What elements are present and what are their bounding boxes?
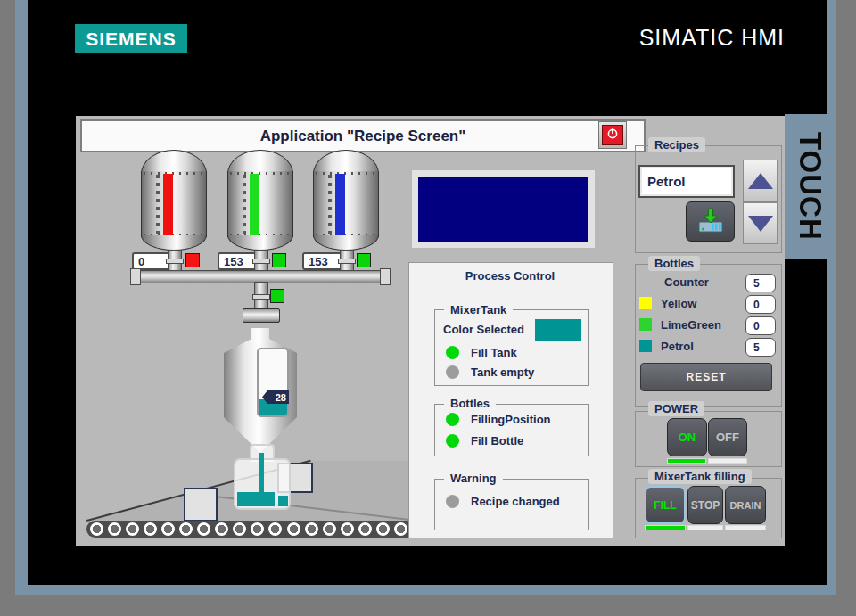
touch-label: TOUCH [785,114,836,259]
bezel-edge-left [0,0,15,616]
color-selected-swatch [535,319,581,341]
pipe-coupling [252,294,270,300]
bottle-liquid [237,492,275,506]
recipe-load-button[interactable] [686,201,735,242]
color-selected-label: Color Selected [443,323,524,336]
siemens-logo: SIEMENS [75,24,187,53]
tank-scale-ticks [156,175,160,234]
conveyor-roller [126,522,139,536]
tank-scale-ticks [328,175,332,234]
yellow-swatch [639,297,652,309]
conveyor-roller [161,522,175,536]
download-to-plc-icon [696,207,725,237]
tank-body [227,171,293,237]
fill-tank-led [446,346,459,359]
tank-bottom [141,235,207,251]
group-recipes-label: Recipes [648,137,705,152]
group-bottles-label: Bottles [444,396,496,411]
bezel-accent-bottom [15,585,836,595]
conveyor-roller [358,522,372,536]
power-on-button[interactable]: ON [667,418,707,456]
recipe-select-field[interactable]: Petrol [638,165,735,198]
mixer-level-gauge [257,348,289,417]
bezel-accent-left [15,0,28,595]
petrol-value: 5 [745,338,776,357]
bezel-edge-bottom [0,595,856,616]
conveyor-roller [233,522,246,536]
exit-button-frame [598,121,627,149]
mixer-flange [243,308,280,323]
limegreen-value: 0 [745,316,776,335]
limegreen-label: LimeGreen [661,318,721,332]
stop-button[interactable]: STOP [687,486,723,524]
tank-dome [141,150,207,174]
conveyor-roller [376,522,390,536]
fill-bottle-led [446,434,459,448]
fill-button[interactable]: FILL [645,486,686,524]
simatic-hmi-label: SIMATIC HMI [624,25,785,50]
tank-body [313,171,379,237]
conveyor-roller [251,522,264,536]
power-off-button[interactable]: OFF [708,418,747,456]
valve-indicator-green-2 [357,253,371,267]
tank-body [141,171,207,237]
tank-dome [313,150,379,174]
power-on-indicator [667,458,706,464]
tank-green [227,150,293,250]
fill-tank-label: Fill Tank [471,346,517,359]
conveyor-roller [197,522,210,536]
group-mixertank-filling-label: MixerTank filling [648,469,752,484]
conveyor-belt [86,521,411,538]
valve-indicator-red [185,253,200,267]
drain-indicator [725,525,766,530]
group-mixertank-label: MixerTank [444,302,513,317]
fill-indicator [645,525,686,530]
group-bottles [434,404,589,456]
recipe-changed-label: Recipe changed [471,495,560,508]
yellow-label: Yellow [661,297,696,310]
filling-position-label: FillingPosition [471,413,551,426]
page-title: Application "Recipe Screen" [260,127,466,145]
exit-runtime-button[interactable] [602,125,623,145]
recipe-up-button[interactable] [743,160,778,202]
drain-button[interactable]: DRAIN [725,486,766,524]
tank-red [141,150,207,250]
limegreen-swatch [639,318,652,331]
process-control-title: Process Control [408,269,612,283]
valve-indicator-green-1 [272,253,286,267]
navy-display [418,177,588,242]
stop-indicator [687,525,723,530]
reset-button[interactable]: RESET [640,363,772,391]
tank-empty-label: Tank empty [471,365,534,379]
bezel-edge-right [836,0,856,616]
chevron-up-icon [748,173,773,189]
pipe-coupling [252,259,270,264]
tank-scale-ticks [243,175,246,234]
pipe-coupling [166,259,184,264]
recipe-changed-led [446,495,459,508]
conveyor-roller [287,522,300,536]
petrol-swatch [639,340,652,352]
mixer-level-value: 28 [262,390,289,404]
tank-level-stripe-red [163,174,173,235]
counter-value: 5 [745,274,776,292]
conveyor-roller [341,522,354,536]
title-bar: Application "Recipe Screen" [80,119,646,152]
tank-bottom [227,235,293,251]
conveyor-roller [90,522,103,536]
mixer-inlet-valve-indicator [270,289,284,303]
chevron-down-icon [748,216,773,232]
hmi-device: SIEMENS SIMATIC HMI TOUCH Application "R… [0,0,856,616]
recipe-down-button[interactable] [743,202,778,244]
filling-position-led [446,413,459,426]
bezel-accent-right [827,0,836,595]
pipe-end-cap-left [130,268,141,285]
conveyor-roller [215,522,228,536]
tank-dome [227,150,293,174]
conveyor-roller [394,522,407,536]
crate-left [184,488,218,522]
counter-label: Counter [664,275,709,289]
fill-bottle-label: Fill Bottle [471,434,523,448]
tank-empty-led [446,365,459,379]
tank-level-stripe-green [250,174,259,235]
